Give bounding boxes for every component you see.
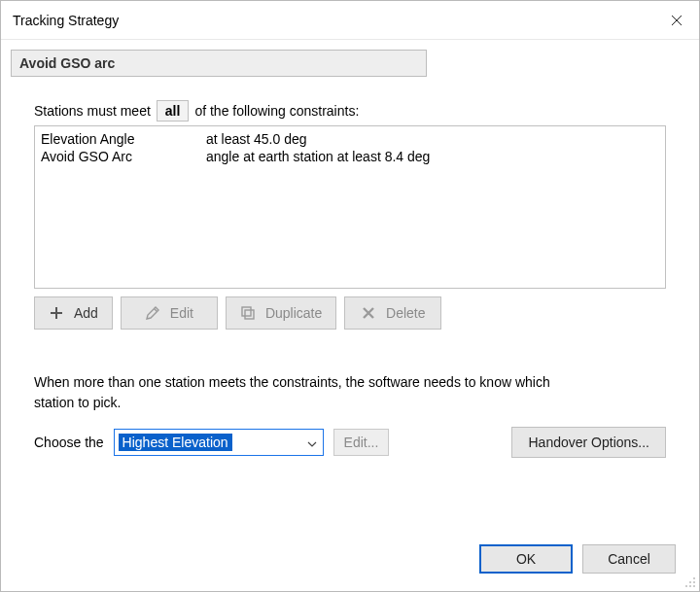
delete-button[interactable]: Delete	[344, 296, 441, 330]
svg-rect-0	[242, 307, 251, 316]
svg-point-5	[685, 585, 687, 587]
plus-icon	[49, 305, 64, 321]
delete-icon	[361, 305, 376, 321]
resize-grip-icon[interactable]	[684, 576, 696, 588]
choose-edit-button[interactable]: Edit...	[333, 429, 390, 456]
constraint-name: Avoid GSO Arc	[41, 149, 206, 164]
list-item[interactable]: Elevation Angle at least 45.0 deg	[41, 130, 659, 148]
duplicate-icon	[240, 305, 256, 321]
constraints-toolbar: Add Edit Duplicate Delete	[34, 296, 666, 330]
edit-label: Edit	[170, 305, 193, 321]
strategy-name-field[interactable]: Avoid GSO arc	[11, 50, 427, 77]
dialog-footer: OK Cancel	[11, 527, 689, 591]
close-button[interactable]	[654, 1, 699, 40]
window-title: Tracking Strategy	[13, 13, 654, 28]
add-button[interactable]: Add	[34, 296, 113, 330]
choose-label: Choose the	[34, 435, 104, 450]
close-icon	[671, 15, 682, 26]
quantifier-selector[interactable]: all	[157, 100, 190, 122]
constraint-desc: at least 45.0 deg	[206, 131, 659, 147]
svg-point-6	[689, 585, 691, 587]
choose-combo[interactable]: Highest Elevation	[114, 429, 324, 456]
label-post: of the following constraints:	[194, 103, 359, 119]
svg-point-4	[693, 581, 695, 583]
constraint-quantifier-line: Stations must meet all of the following …	[34, 100, 666, 122]
svg-point-3	[689, 581, 691, 583]
dialog-tracking-strategy: Tracking Strategy Avoid GSO arc Stations…	[0, 0, 700, 592]
list-item[interactable]: Avoid GSO Arc angle at earth station at …	[41, 148, 659, 165]
constraints-list[interactable]: Elevation Angle at least 45.0 deg Avoid …	[34, 125, 666, 289]
pencil-icon	[145, 305, 160, 321]
add-label: Add	[74, 305, 98, 321]
duplicate-button[interactable]: Duplicate	[226, 296, 336, 330]
edit-button[interactable]: Edit	[121, 296, 218, 330]
handover-options-button[interactable]: Handover Options...	[511, 427, 666, 458]
titlebar: Tracking Strategy	[1, 1, 699, 40]
ok-button[interactable]: OK	[479, 544, 573, 574]
svg-point-2	[693, 577, 695, 579]
delete-label: Delete	[386, 305, 425, 321]
constraint-desc: angle at earth station at least 8.4 deg	[206, 149, 659, 164]
label-pre: Stations must meet	[34, 103, 151, 119]
picker-explanation: When more than one station meets the con…	[34, 372, 578, 413]
chevron-down-icon	[307, 435, 317, 450]
choose-row: Choose the Highest Elevation Edit... Han…	[34, 427, 666, 458]
cancel-button[interactable]: Cancel	[582, 544, 676, 574]
duplicate-label: Duplicate	[265, 305, 322, 321]
choose-selected: Highest Elevation	[119, 434, 232, 451]
constraint-name: Elevation Angle	[41, 131, 206, 147]
svg-rect-1	[245, 310, 254, 319]
svg-point-7	[693, 585, 695, 587]
